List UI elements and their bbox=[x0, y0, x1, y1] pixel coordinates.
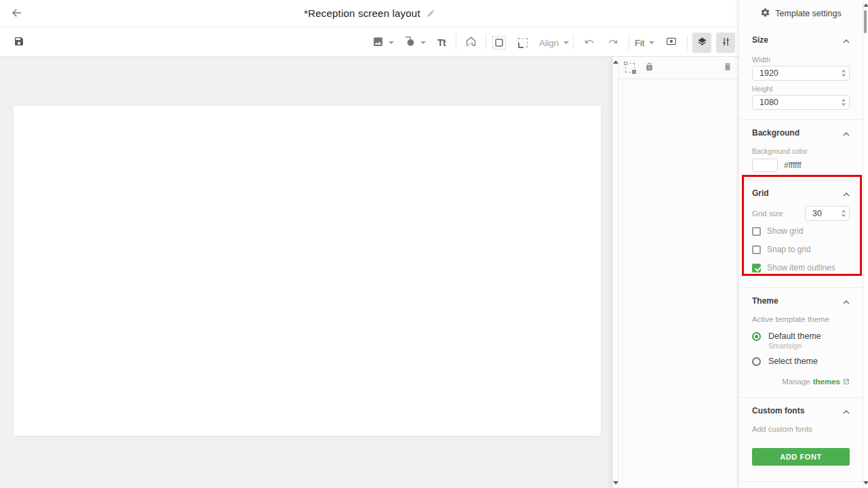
checkbox[interactable] bbox=[752, 245, 761, 254]
toolbar: Tt Align bbox=[0, 28, 739, 57]
checkbox[interactable] bbox=[752, 264, 761, 272]
radio-button[interactable] bbox=[752, 332, 761, 341]
chevron-down-icon bbox=[420, 41, 426, 44]
align-dropdown[interactable]: Align bbox=[537, 33, 571, 53]
scroll-down-arrow[interactable] bbox=[613, 481, 618, 485]
chevron-up-icon bbox=[843, 127, 850, 139]
panel-title: Template settings bbox=[775, 9, 841, 18]
shapes-icon bbox=[403, 35, 416, 50]
marquee-icon bbox=[518, 38, 528, 47]
chevron-up-icon bbox=[843, 187, 850, 199]
lock-button[interactable] bbox=[645, 62, 654, 75]
save-icon bbox=[14, 36, 24, 49]
back-button[interactable] bbox=[8, 5, 26, 23]
add-font-button[interactable]: ADD FONT bbox=[752, 448, 850, 466]
background-section: Background Background color #ffffff bbox=[739, 119, 863, 180]
undo-button[interactable] bbox=[580, 33, 599, 53]
canvas-scrollbar[interactable] bbox=[612, 57, 618, 488]
page-title: *Reception screen layout bbox=[304, 7, 420, 19]
house-signal-icon bbox=[465, 35, 477, 50]
chevron-up-icon bbox=[843, 405, 850, 417]
grid-size-row: Grid size bbox=[752, 206, 850, 221]
image-icon bbox=[372, 36, 384, 50]
title-area: *Reception screen layout bbox=[0, 7, 739, 19]
save-button[interactable] bbox=[9, 33, 28, 53]
insert-shape-button[interactable] bbox=[401, 33, 428, 53]
external-link-icon bbox=[843, 375, 850, 388]
top-bar: *Reception screen layout bbox=[0, 0, 739, 27]
size-section: Size Width Height bbox=[739, 27, 863, 119]
delete-button[interactable] bbox=[723, 62, 732, 75]
toggle-layers-panel-button[interactable] bbox=[692, 33, 711, 53]
insert-image-button[interactable] bbox=[370, 33, 396, 53]
chevron-down-icon bbox=[564, 41, 569, 44]
lock-icon bbox=[645, 62, 654, 75]
template-editor: *Reception screen layout Tt bbox=[0, 0, 868, 488]
height-field-wrap bbox=[752, 95, 850, 110]
insert-text-button[interactable]: Tt bbox=[432, 33, 451, 53]
spinner-icon[interactable] bbox=[842, 99, 846, 106]
active-theme-label: Active template theme bbox=[752, 315, 850, 323]
width-input[interactable] bbox=[752, 66, 850, 81]
group-icon bbox=[625, 63, 635, 73]
height-input[interactable] bbox=[752, 95, 850, 110]
theme-section-header[interactable]: Theme bbox=[752, 296, 850, 306]
gear-icon bbox=[760, 7, 770, 20]
select-theme-radio-row[interactable]: Select theme bbox=[752, 357, 850, 366]
chevron-down-icon bbox=[389, 41, 394, 44]
color-swatch[interactable] bbox=[752, 159, 778, 172]
custom-fonts-section: Custom fonts Add custom fonts ADD FONT bbox=[739, 397, 863, 481]
custom-fonts-section-header[interactable]: Custom fonts bbox=[752, 406, 850, 415]
insert-widget-button[interactable] bbox=[461, 33, 480, 53]
show-grid-checkbox-row[interactable]: Show grid bbox=[752, 226, 850, 236]
panel-scrollbar[interactable] bbox=[863, 0, 868, 488]
spinner-icon[interactable] bbox=[842, 70, 846, 77]
snap-to-grid-checkbox-row[interactable]: Snap to grid bbox=[752, 245, 850, 254]
toolbar-divider bbox=[629, 35, 629, 50]
template-settings-panel: Template settings Size Width Height bbox=[739, 0, 863, 488]
scrollbar-thumb[interactable] bbox=[864, 10, 867, 33]
trash-icon bbox=[723, 62, 732, 75]
sliders-icon bbox=[721, 36, 731, 50]
chevron-up-icon bbox=[843, 34, 850, 46]
spinner-icon[interactable] bbox=[842, 210, 846, 218]
marquee-select-button[interactable] bbox=[513, 33, 532, 53]
selection-frame-icon bbox=[495, 39, 503, 47]
default-theme-radio-row[interactable]: Default theme Smartsign bbox=[752, 331, 850, 350]
checkbox[interactable] bbox=[752, 227, 761, 236]
width-label: Width bbox=[752, 56, 850, 64]
scroll-up-arrow[interactable] bbox=[863, 3, 868, 7]
manage-themes-link[interactable]: Manage themes bbox=[752, 375, 850, 388]
size-section-header[interactable]: Size bbox=[752, 35, 850, 45]
toolbar-divider bbox=[573, 35, 574, 50]
align-label: Align bbox=[539, 38, 559, 48]
back-arrow-icon bbox=[11, 7, 23, 22]
scroll-down-arrow[interactable] bbox=[863, 481, 868, 485]
grid-section: Grid Grid size Show grid Snap to grid bbox=[739, 180, 863, 287]
chevron-up-icon bbox=[843, 295, 850, 307]
scroll-up-arrow[interactable] bbox=[613, 60, 618, 64]
canvas[interactable] bbox=[14, 106, 601, 436]
datasources-section: Datasources bbox=[739, 481, 863, 488]
select-object-button[interactable] bbox=[490, 33, 509, 53]
color-hex-value: #ffffff bbox=[784, 161, 802, 170]
fit-dropdown[interactable]: Fit bbox=[633, 33, 656, 53]
layers-panel bbox=[618, 57, 739, 488]
layers-icon bbox=[696, 36, 708, 50]
undo-icon bbox=[583, 37, 595, 49]
toggle-settings-panel-button[interactable] bbox=[716, 33, 735, 53]
redo-button[interactable] bbox=[604, 33, 623, 53]
background-section-header[interactable]: Background bbox=[752, 128, 850, 138]
background-color-row: #ffffff bbox=[752, 159, 850, 172]
show-item-outlines-checkbox-row[interactable]: Show item outlines bbox=[752, 263, 850, 272]
grid-section-header[interactable]: Grid bbox=[752, 188, 850, 198]
toolbar-divider bbox=[687, 35, 688, 50]
toolbar-divider bbox=[456, 35, 456, 50]
group-items-button[interactable] bbox=[625, 63, 635, 73]
radio-button[interactable] bbox=[752, 357, 761, 366]
grid-size-label: Grid size bbox=[752, 209, 783, 218]
background-color-label: Background color bbox=[752, 147, 850, 155]
preview-button[interactable] bbox=[662, 33, 681, 53]
canvas-area bbox=[0, 57, 612, 488]
edit-title-icon[interactable] bbox=[427, 9, 435, 18]
